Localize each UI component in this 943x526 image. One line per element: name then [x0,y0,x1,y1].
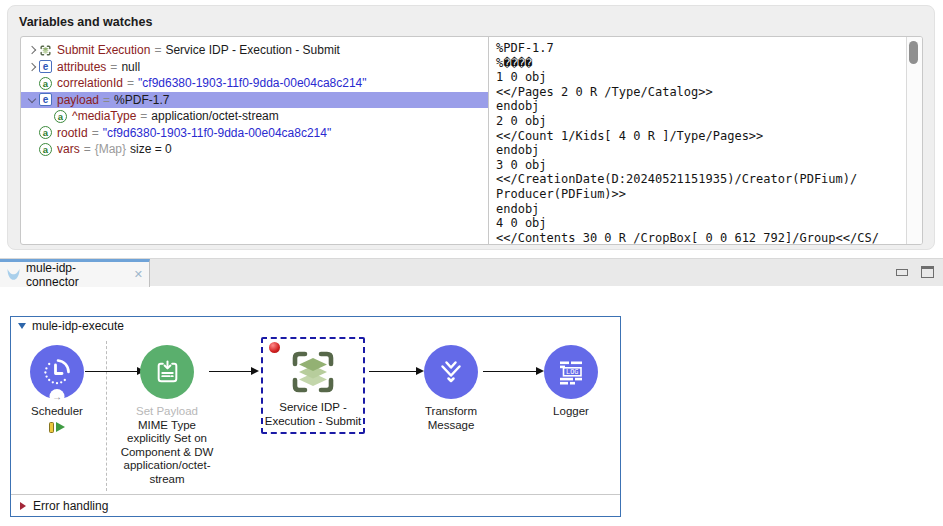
node-caption: MIME Type explicitly Set on Component & … [121,419,214,487]
tree-row-correlationid[interactable]: a correlationId = "cf9d6380-1903-11f0-9d… [21,75,488,92]
variable-name: rootId [57,126,88,140]
tree-row-rootid[interactable]: a rootId = "cf9d6380-1903-11f0-9dda-00e0… [21,125,488,142]
node-label: Logger [553,405,589,419]
equals-sign: = [103,93,110,107]
variables-tree: Submit Execution = Service IDP - Executi… [21,37,488,244]
maximize-icon[interactable] [921,266,934,278]
preview-line: 4 0 obj [496,216,902,231]
logger-icon[interactable]: LOG [544,345,598,399]
preview-scrollbar[interactable] [906,37,922,244]
preview-line: endobj [496,143,902,158]
view-window-buttons [896,266,934,278]
node-label: Transform Message [412,405,490,432]
equals-sign: = [140,109,147,123]
mule-logo-icon [6,268,21,281]
variables-panel-title: Variables and watches [19,15,152,29]
tab-label: mule-idp-connector [26,261,126,289]
preview-line: <</Count 1/Kids[ 4 0 R ]/Type/Pages>> [496,129,902,144]
tree-row-attributes[interactable]: e attributes = null [21,59,488,76]
variable-name: correlationId [57,76,123,90]
minimize-icon[interactable] [896,269,908,276]
preview-line: 3 0 obj [496,158,902,173]
tree-row-payload[interactable]: e payload = %PDF-1.7 [21,92,488,109]
preview-line: endobj [496,99,902,114]
preview-line: %PDF-1.7 [496,41,902,56]
node-logger[interactable]: LOG Logger [511,345,631,419]
tab-mule-idp-connector[interactable]: mule-idp-connector ✕ [0,259,150,287]
breakpoint-icon[interactable] [269,342,280,353]
flow-source-arrow-icon: → [50,389,65,404]
expand-triangle-icon[interactable] [20,502,26,510]
expand-chevron-icon[interactable] [25,64,39,70]
preview-line: 2 0 obj [496,114,902,129]
variable-name: ^mediaType [72,109,136,123]
variable-value: application/octet-stream [151,109,278,123]
expression-icon: e [39,60,52,73]
preview-line: <</Contents 30 0 R /CropBox[ 0 0 612 792… [496,231,902,244]
map-token: {Map} [95,142,126,156]
equals-sign: = [127,76,134,90]
expression-icon: e [39,93,52,106]
variable-value: "cf9d6380-1903-11f0-9dda-00e04ca8c214" [103,126,331,140]
variable-name: attributes [57,60,106,74]
equals-sign: = [154,43,161,57]
variable-value: Service IDP - Execution - Submit [165,43,340,57]
variable-name: vars [57,142,80,156]
logger-icon-text: LOG [566,368,578,376]
anypoint-studio-debug-view: Variables and watches [0,0,943,526]
run-marker-icon [49,422,65,433]
equals-sign: = [84,142,91,156]
node-set-payload[interactable]: Set Payload MIME Type explicitly Set on … [107,345,227,486]
tree-row-vars[interactable]: a vars = {Map} size = 0 [21,141,488,158]
node-service-idp-submit[interactable]: Service IDP - Execution - Submit [261,337,365,434]
preview-line: <</Pages 2 0 R /Type/Catalog>> [496,85,902,100]
flow-name: mule-idp-execute [32,319,124,333]
variable-name: Submit Execution [57,43,150,57]
variable-value: %PDF-1.7 [114,93,169,107]
node-label: Set Payload [136,405,198,419]
node-transform-message[interactable]: Transform Message [391,345,511,432]
tree-row-submit-execution[interactable]: Submit Execution = Service IDP - Executi… [21,42,488,59]
close-icon[interactable]: ✕ [134,268,143,281]
flow-container: mule-idp-execute [10,316,621,517]
attribute-icon: a [39,77,52,90]
node-label: Scheduler [31,405,83,419]
preview-line: 1 0 obj [496,70,902,85]
collapse-triangle-icon[interactable] [18,323,26,329]
variable-name: payload [57,93,99,107]
equals-sign: = [92,126,99,140]
preview-line: endobj [496,202,902,217]
attribute-icon: a [39,143,52,156]
variable-value: "cf9d6380-1903-11f0-9dda-00e04ca8c214" [138,76,366,90]
preview-line: <</CreationDate(D:20240521151935)/Creato… [496,172,902,187]
preview-line: Producer(PDFium)>> [496,187,902,202]
preview-line: %���� [496,56,902,71]
error-handling-label: Error handling [33,499,108,513]
preview-scrollbar-thumb[interactable] [909,41,918,64]
tree-row-mediatype[interactable]: a ^mediaType = application/octet-stream [21,108,488,125]
variables-panel: Variables and watches [7,5,935,250]
variable-value: null [121,60,140,74]
scheduler-icon[interactable]: → [30,345,84,399]
attribute-icon: a [54,110,67,123]
equals-sign: = [110,60,117,74]
idp-icon [286,345,340,399]
collapse-chevron-icon[interactable] [25,98,39,102]
expand-chevron-icon[interactable] [25,47,39,53]
variable-value: size = 0 [130,142,172,156]
idp-connector-icon [39,44,52,57]
variables-content: Submit Execution = Service IDP - Executi… [20,36,923,245]
error-handling-section[interactable]: Error handling [11,494,620,516]
transform-message-icon[interactable] [424,345,478,399]
set-payload-icon[interactable] [140,345,194,399]
attribute-icon: a [39,126,52,139]
node-scheduler[interactable]: → Scheduler [12,345,102,433]
flow-header[interactable]: mule-idp-execute [11,317,620,335]
editor-tab-strip: mule-idp-connector ✕ [0,258,943,286]
node-label: Service IDP - Execution - Submit [265,401,362,428]
payload-preview[interactable]: %PDF-1.7 %���� 1 0 obj <</Pages 2 0 R /T… [488,37,922,244]
